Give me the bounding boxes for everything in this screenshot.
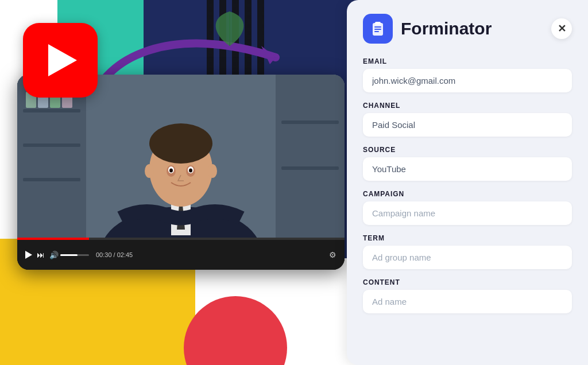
email-group: EMAIL: [363, 57, 572, 92]
source-group: SOURCE: [363, 146, 572, 181]
video-person: [17, 75, 345, 240]
volume-control[interactable]: 🔊: [49, 251, 89, 259]
settings-icon[interactable]: ⚙: [329, 250, 336, 259]
left-background: ⏭ 🔊 00:30 / 02:45 ⚙: [0, 0, 368, 365]
volume-icon: 🔊: [49, 251, 59, 259]
svg-point-23: [189, 169, 192, 173]
svg-point-24: [145, 164, 154, 178]
campaign-input[interactable]: [363, 201, 572, 225]
campaign-group: CAMPAIGN: [363, 190, 572, 225]
svg-rect-7: [281, 121, 339, 124]
volume-bar[interactable]: [60, 254, 89, 256]
volume-fill: [60, 254, 78, 256]
forminator-panel: Forminator ✕ EMAIL CHANNEL SOURCE CAMPAI…: [347, 0, 588, 365]
panel-header: Forminator ✕: [363, 14, 572, 44]
term-input[interactable]: [363, 246, 572, 269]
svg-rect-30: [374, 31, 379, 32]
panel-title-group: Forminator: [363, 14, 492, 44]
email-input[interactable]: [363, 69, 572, 92]
source-input[interactable]: [363, 157, 572, 181]
source-label: SOURCE: [363, 146, 572, 154]
email-label: EMAIL: [363, 57, 572, 65]
panel-title: Forminator: [401, 19, 492, 38]
svg-rect-27: [375, 22, 381, 25]
close-button[interactable]: ✕: [551, 18, 572, 39]
youtube-logo: [23, 23, 98, 98]
video-player[interactable]: ⏭ 🔊 00:30 / 02:45 ⚙: [17, 75, 345, 270]
play-icon: [25, 251, 32, 259]
svg-point-22: [169, 169, 173, 173]
clipboard-icon: [370, 21, 386, 37]
video-content: [17, 75, 345, 240]
svg-point-17: [149, 123, 212, 164]
content-label: CONTENT: [363, 278, 572, 286]
bg-shape-red-circle: [184, 296, 287, 365]
svg-point-25: [208, 164, 217, 178]
content-input[interactable]: [363, 290, 572, 313]
svg-rect-29: [374, 29, 381, 30]
channel-label: CHANNEL: [363, 102, 572, 110]
campaign-label: CAMPAIGN: [363, 190, 572, 198]
skip-button[interactable]: ⏭: [37, 250, 45, 259]
svg-rect-4: [23, 109, 80, 112]
play-button[interactable]: [25, 251, 32, 259]
svg-rect-28: [374, 26, 381, 28]
leaf-decoration: [207, 6, 253, 52]
svg-rect-8: [281, 166, 339, 170]
term-group: TERM: [363, 234, 572, 269]
channel-group: CHANNEL: [363, 102, 572, 137]
content-group: CONTENT: [363, 278, 572, 313]
term-label: TERM: [363, 234, 572, 242]
forminator-icon-box: [363, 14, 393, 44]
svg-rect-3: [276, 75, 345, 240]
svg-rect-6: [23, 178, 80, 181]
channel-input[interactable]: [363, 113, 572, 137]
video-controls: ⏭ 🔊 00:30 / 02:45 ⚙: [17, 240, 345, 270]
svg-rect-5: [23, 143, 80, 147]
video-time: 00:30 / 02:45: [96, 251, 133, 258]
youtube-play-icon: [48, 44, 77, 76]
